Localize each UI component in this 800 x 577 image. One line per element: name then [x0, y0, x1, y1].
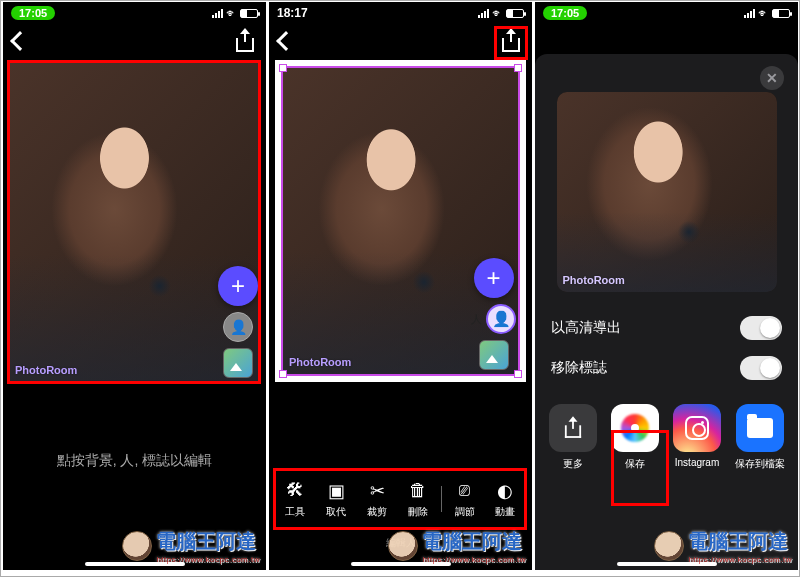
person-layer-label: 人	[471, 312, 482, 327]
tool-animate[interactable]: ◐ 動畫	[487, 480, 523, 519]
edit-toolbar: 🛠 工具 ▣ 取代 ✂ 裁剪 🗑 刪除 ⎚ 調節 ◐ 動畫	[275, 472, 526, 526]
share-preview: PhotoRoom	[557, 92, 777, 292]
nav-bar	[3, 24, 266, 58]
share-button[interactable]	[234, 30, 256, 52]
status-right: ᯤ	[744, 7, 790, 19]
back-button[interactable]	[276, 31, 296, 51]
option-hd-export[interactable]: 以高清導出	[551, 308, 782, 348]
selection-handle[interactable]	[514, 64, 522, 72]
screen-editor: 18:17 ᯤ PhotoRoom + 人	[269, 2, 532, 570]
selection-handle[interactable]	[279, 370, 287, 378]
signal-icon	[744, 9, 755, 18]
share-sheet: ✕ PhotoRoom 以高清導出 移除標誌	[535, 54, 798, 570]
status-bar: 18:17 ᯤ	[269, 2, 532, 24]
floating-tools: + 人 👤	[471, 258, 516, 370]
sliders-icon: ⎚	[454, 480, 476, 502]
add-layer-button[interactable]: +	[474, 258, 514, 298]
wifi-icon: ᯤ	[226, 7, 237, 19]
photo-canvas-selected[interactable]: PhotoRoom + 人 👤	[281, 66, 520, 376]
folder-icon	[747, 418, 773, 438]
photo-canvas[interactable]: PhotoRoom + 👤	[9, 62, 260, 382]
photos-icon	[621, 414, 649, 442]
selection-handle[interactable]	[279, 64, 287, 72]
toolbar-separator	[441, 486, 442, 512]
status-right: ᯤ	[212, 7, 258, 19]
replace-icon: ▣	[325, 480, 347, 502]
portrait-photo	[557, 92, 777, 292]
status-time: 17:05	[543, 6, 587, 20]
share-files[interactable]: 保存到檔案	[735, 404, 785, 471]
person-layer-button[interactable]: 👤	[223, 312, 253, 342]
scissors-icon: ✂	[366, 480, 388, 502]
avatar-icon	[388, 531, 418, 561]
battery-icon	[240, 9, 258, 18]
app-watermark: PhotoRoom	[289, 356, 351, 368]
tool-adjust[interactable]: ⎚ 調節	[447, 480, 483, 519]
battery-icon	[506, 9, 524, 18]
floating-tools: + 👤	[218, 266, 258, 378]
background-layer-button[interactable]	[223, 348, 253, 378]
add-layer-button[interactable]: +	[218, 266, 258, 306]
nav-bar	[269, 24, 532, 58]
instagram-icon	[685, 416, 709, 440]
selection-handle[interactable]	[514, 370, 522, 378]
app-watermark: PhotoRoom	[563, 274, 625, 286]
background-layer-button[interactable]	[479, 340, 509, 370]
tool-tools[interactable]: 🛠 工具	[277, 480, 313, 519]
toggle-hd[interactable]	[740, 316, 782, 340]
avatar-icon	[122, 531, 152, 561]
screen-share: 17:05 ᯤ ✕ PhotoRoom 以高清導出 移除標誌	[535, 2, 798, 570]
wifi-icon: ᯤ	[492, 7, 503, 19]
trash-icon: 🗑	[407, 480, 429, 502]
share-targets: 更多 保存 Instagram	[535, 394, 798, 481]
app-watermark: PhotoRoom	[15, 364, 77, 376]
site-watermark: 電腦王阿達 https://www.kocpc.com.tw	[388, 528, 526, 564]
tool-crop[interactable]: ✂ 裁剪	[359, 480, 395, 519]
site-watermark: 電腦王阿達 https://www.kocpc.com.tw	[122, 528, 260, 564]
share-icon	[563, 418, 583, 438]
wifi-icon: ᯤ	[758, 7, 769, 19]
share-more[interactable]: 更多	[549, 404, 597, 471]
hint-text: 點按背景, 人, 標誌以編輯	[3, 452, 266, 470]
export-options: 以高清導出 移除標誌	[535, 302, 798, 394]
site-watermark: 電腦王阿達 https://www.kocpc.com.tw	[654, 528, 792, 564]
tool-replace[interactable]: ▣ 取代	[318, 480, 354, 519]
status-right: ᯤ	[478, 7, 524, 19]
share-button[interactable]	[500, 30, 522, 52]
signal-icon	[478, 9, 489, 18]
tool-delete[interactable]: 🗑 刪除	[400, 480, 436, 519]
person-layer-button[interactable]: 👤	[486, 304, 516, 334]
status-time: 18:17	[277, 6, 308, 20]
close-button[interactable]: ✕	[760, 66, 784, 90]
back-button[interactable]	[10, 31, 30, 51]
avatar-icon	[654, 531, 684, 561]
share-save-photos[interactable]: 保存	[611, 404, 659, 471]
status-time: 17:05	[11, 6, 55, 20]
battery-icon	[772, 9, 790, 18]
toggle-remove-logo[interactable]	[740, 356, 782, 380]
tools-icon: 🛠	[284, 480, 306, 502]
animate-icon: ◐	[494, 480, 516, 502]
screen-preview: 17:05 ᯤ PhotoRoom + 👤 點按背景, 人, 標誌以編輯	[3, 2, 266, 570]
status-bar: 17:05 ᯤ	[3, 2, 266, 24]
signal-icon	[212, 9, 223, 18]
share-instagram[interactable]: Instagram	[673, 404, 721, 471]
option-remove-logo[interactable]: 移除標誌	[551, 348, 782, 388]
status-bar: 17:05 ᯤ	[535, 2, 798, 24]
